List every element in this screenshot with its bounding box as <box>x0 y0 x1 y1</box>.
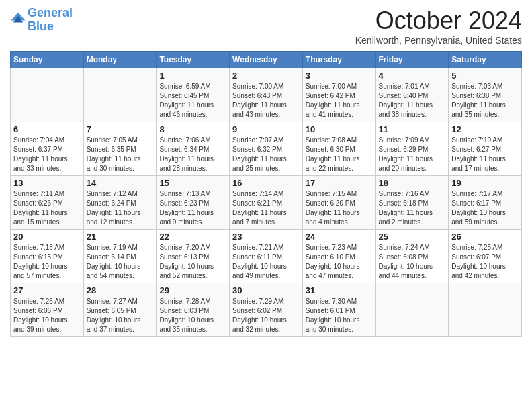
calendar-cell: 7Sunrise: 7:05 AM Sunset: 6:35 PM Daylig… <box>83 122 157 176</box>
day-info: Sunrise: 7:07 AM Sunset: 6:32 PM Dayligh… <box>232 136 300 173</box>
title-block: October 2024 Kenilworth, Pennsylvania, U… <box>355 7 522 46</box>
logo: General Blue <box>10 7 73 34</box>
day-number: 15 <box>159 178 226 188</box>
calendar-cell: 8Sunrise: 7:06 AM Sunset: 6:34 PM Daylig… <box>157 122 230 176</box>
day-number: 31 <box>306 285 373 295</box>
day-info: Sunrise: 7:29 AM Sunset: 6:02 PM Dayligh… <box>232 297 300 334</box>
calendar-cell: 26Sunrise: 7:25 AM Sunset: 6:07 PM Dayli… <box>449 230 522 283</box>
calendar-cell: 24Sunrise: 7:23 AM Sunset: 6:10 PM Dayli… <box>302 230 375 283</box>
calendar-cell: 14Sunrise: 7:12 AM Sunset: 6:24 PM Dayli… <box>83 176 157 230</box>
day-info: Sunrise: 7:09 AM Sunset: 6:29 PM Dayligh… <box>379 136 446 173</box>
calendar-table: SundayMondayTuesdayWednesdayThursdayFrid… <box>10 51 522 337</box>
day-info: Sunrise: 7:18 AM Sunset: 6:15 PM Dayligh… <box>13 243 81 281</box>
header-tuesday: Tuesday <box>157 52 230 68</box>
day-info: Sunrise: 7:01 AM Sunset: 6:40 PM Dayligh… <box>379 82 446 120</box>
day-number: 3 <box>306 71 373 81</box>
calendar-cell <box>11 68 84 122</box>
day-number: 16 <box>232 178 300 188</box>
day-info: Sunrise: 7:27 AM Sunset: 6:05 PM Dayligh… <box>87 297 154 334</box>
day-info: Sunrise: 7:21 AM Sunset: 6:11 PM Dayligh… <box>232 243 300 281</box>
day-info: Sunrise: 7:03 AM Sunset: 6:38 PM Dayligh… <box>451 82 519 120</box>
day-info: Sunrise: 7:05 AM Sunset: 6:35 PM Dayligh… <box>87 136 154 173</box>
day-info: Sunrise: 7:06 AM Sunset: 6:34 PM Dayligh… <box>159 136 226 173</box>
day-info: Sunrise: 7:19 AM Sunset: 6:14 PM Dayligh… <box>87 243 154 281</box>
calendar-cell <box>83 68 157 122</box>
day-info: Sunrise: 7:14 AM Sunset: 6:21 PM Dayligh… <box>232 189 300 227</box>
day-number: 20 <box>13 232 81 242</box>
calendar-cell: 23Sunrise: 7:21 AM Sunset: 6:11 PM Dayli… <box>230 230 303 283</box>
calendar-cell: 1Sunrise: 6:59 AM Sunset: 6:45 PM Daylig… <box>157 68 230 122</box>
calendar-cell: 19Sunrise: 7:17 AM Sunset: 6:17 PM Dayli… <box>449 176 522 230</box>
day-number: 21 <box>87 232 154 242</box>
calendar-cell: 30Sunrise: 7:29 AM Sunset: 6:02 PM Dayli… <box>230 283 303 337</box>
day-info: Sunrise: 7:13 AM Sunset: 6:23 PM Dayligh… <box>159 189 226 227</box>
calendar-cell: 18Sunrise: 7:16 AM Sunset: 6:18 PM Dayli… <box>375 176 449 230</box>
day-number: 11 <box>379 124 446 134</box>
day-number: 18 <box>379 178 446 188</box>
day-info: Sunrise: 7:20 AM Sunset: 6:13 PM Dayligh… <box>159 243 226 281</box>
calendar-cell: 3Sunrise: 7:00 AM Sunset: 6:42 PM Daylig… <box>302 68 375 122</box>
day-number: 29 <box>159 285 226 295</box>
calendar-cell: 16Sunrise: 7:14 AM Sunset: 6:21 PM Dayli… <box>230 176 303 230</box>
day-number: 13 <box>13 178 81 188</box>
day-number: 17 <box>306 178 373 188</box>
day-info: Sunrise: 7:28 AM Sunset: 6:03 PM Dayligh… <box>159 297 226 334</box>
day-number: 27 <box>13 285 81 295</box>
calendar-cell: 15Sunrise: 7:13 AM Sunset: 6:23 PM Dayli… <box>157 176 230 230</box>
day-info: Sunrise: 7:16 AM Sunset: 6:18 PM Dayligh… <box>379 189 446 227</box>
day-info: Sunrise: 7:12 AM Sunset: 6:24 PM Dayligh… <box>87 189 154 227</box>
page-header: General Blue October 2024 Kenilworth, Pe… <box>10 7 522 46</box>
day-number: 22 <box>159 232 226 242</box>
calendar-header-row: SundayMondayTuesdayWednesdayThursdayFrid… <box>11 52 522 68</box>
day-info: Sunrise: 7:26 AM Sunset: 6:06 PM Dayligh… <box>13 297 81 334</box>
day-number: 8 <box>159 124 226 134</box>
calendar-cell: 28Sunrise: 7:27 AM Sunset: 6:05 PM Dayli… <box>83 283 157 337</box>
logo-icon <box>10 11 26 27</box>
day-number: 6 <box>13 124 81 134</box>
calendar-cell: 20Sunrise: 7:18 AM Sunset: 6:15 PM Dayli… <box>11 230 84 283</box>
calendar-cell: 31Sunrise: 7:30 AM Sunset: 6:01 PM Dayli… <box>302 283 375 337</box>
day-number: 23 <box>232 232 300 242</box>
day-number: 12 <box>451 124 519 134</box>
week-row-4: 20Sunrise: 7:18 AM Sunset: 6:15 PM Dayli… <box>11 230 522 283</box>
calendar-cell: 25Sunrise: 7:24 AM Sunset: 6:08 PM Dayli… <box>375 230 449 283</box>
day-info: Sunrise: 7:10 AM Sunset: 6:27 PM Dayligh… <box>451 136 519 173</box>
header-wednesday: Wednesday <box>230 52 303 68</box>
calendar-cell: 27Sunrise: 7:26 AM Sunset: 6:06 PM Dayli… <box>11 283 84 337</box>
day-info: Sunrise: 7:11 AM Sunset: 6:26 PM Dayligh… <box>13 189 81 227</box>
header-sunday: Sunday <box>11 52 84 68</box>
header-friday: Friday <box>375 52 449 68</box>
calendar-cell: 10Sunrise: 7:08 AM Sunset: 6:30 PM Dayli… <box>302 122 375 176</box>
calendar-cell: 2Sunrise: 7:00 AM Sunset: 6:43 PM Daylig… <box>230 68 303 122</box>
main-title: October 2024 <box>355 7 522 35</box>
day-number: 1 <box>159 71 226 81</box>
day-number: 4 <box>379 71 446 81</box>
day-number: 7 <box>87 124 154 134</box>
week-row-2: 6Sunrise: 7:04 AM Sunset: 6:37 PM Daylig… <box>11 122 522 176</box>
calendar-cell: 5Sunrise: 7:03 AM Sunset: 6:38 PM Daylig… <box>449 68 522 122</box>
subtitle: Kenilworth, Pennsylvania, United States <box>355 35 522 46</box>
calendar-cell: 6Sunrise: 7:04 AM Sunset: 6:37 PM Daylig… <box>11 122 84 176</box>
calendar-cell: 22Sunrise: 7:20 AM Sunset: 6:13 PM Dayli… <box>157 230 230 283</box>
day-info: Sunrise: 7:23 AM Sunset: 6:10 PM Dayligh… <box>306 243 373 281</box>
day-info: Sunrise: 7:00 AM Sunset: 6:42 PM Dayligh… <box>306 82 373 120</box>
day-number: 25 <box>379 232 446 242</box>
day-number: 24 <box>306 232 373 242</box>
calendar-cell <box>375 283 449 337</box>
calendar-cell: 17Sunrise: 7:15 AM Sunset: 6:20 PM Dayli… <box>302 176 375 230</box>
calendar-cell: 13Sunrise: 7:11 AM Sunset: 6:26 PM Dayli… <box>11 176 84 230</box>
calendar-cell: 21Sunrise: 7:19 AM Sunset: 6:14 PM Dayli… <box>83 230 157 283</box>
header-saturday: Saturday <box>449 52 522 68</box>
calendar-cell: 11Sunrise: 7:09 AM Sunset: 6:29 PM Dayli… <box>375 122 449 176</box>
logo-line1: General <box>28 6 73 19</box>
day-info: Sunrise: 7:15 AM Sunset: 6:20 PM Dayligh… <box>306 189 373 227</box>
day-number: 5 <box>451 71 519 81</box>
day-number: 28 <box>87 285 154 295</box>
day-number: 26 <box>451 232 519 242</box>
week-row-3: 13Sunrise: 7:11 AM Sunset: 6:26 PM Dayli… <box>11 176 522 230</box>
day-info: Sunrise: 7:04 AM Sunset: 6:37 PM Dayligh… <box>13 136 81 173</box>
week-row-1: 1Sunrise: 6:59 AM Sunset: 6:45 PM Daylig… <box>11 68 522 122</box>
calendar-cell: 9Sunrise: 7:07 AM Sunset: 6:32 PM Daylig… <box>230 122 303 176</box>
calendar-cell <box>449 283 522 337</box>
day-number: 19 <box>451 178 519 188</box>
